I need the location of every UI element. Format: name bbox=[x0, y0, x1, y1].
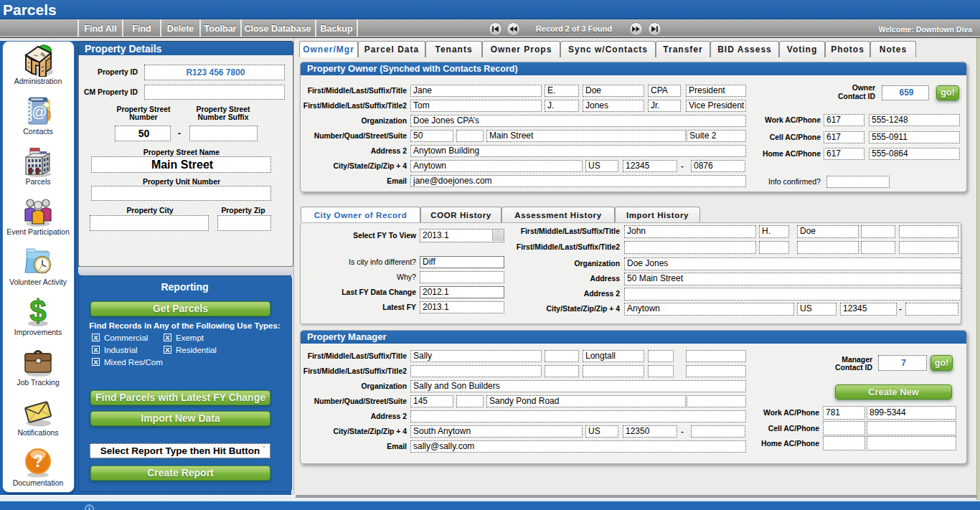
svg-text:?: ? bbox=[33, 452, 43, 471]
svg-text:$: $ bbox=[29, 296, 46, 327]
